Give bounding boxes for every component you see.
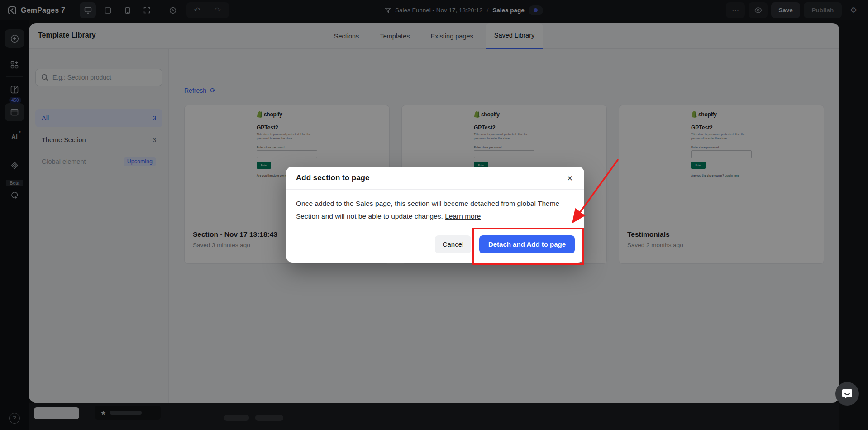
modal-title: Add section to page [296,173,369,182]
modal-message: Once added to the Sales page, this secti… [296,200,559,220]
chat-bubble-icon [841,388,853,400]
chat-launcher-button[interactable] [835,382,859,406]
gempages-editor: GemPages 7 ↶ ↷ Sales Funnel - Nov 17, 13… [0,0,868,430]
cancel-button[interactable]: Cancel [435,235,471,253]
modal-footer: Cancel Detach and Add to page [286,226,584,262]
close-icon[interactable]: ✕ [564,173,575,184]
modal-body: Once added to the Sales page, this secti… [286,190,584,226]
modal-header: Add section to page ✕ [286,167,584,190]
detach-and-add-button[interactable]: Detach and Add to page [479,235,575,253]
learn-more-link[interactable]: Learn more [445,212,481,220]
add-section-modal: Add section to page ✕ Once added to the … [286,167,584,263]
